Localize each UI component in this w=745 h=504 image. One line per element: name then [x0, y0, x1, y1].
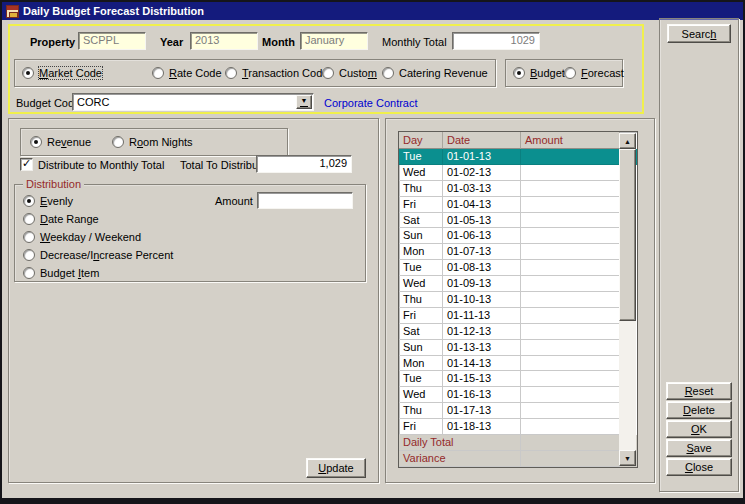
- radio-date-range[interactable]: Date Range: [23, 212, 99, 226]
- cell-date: 01-06-13: [443, 228, 521, 244]
- dialog-window: Daily Budget Forecast Distribution Prope…: [2, 2, 743, 498]
- table-row[interactable]: Fri01-11-13: [399, 308, 637, 324]
- table-row[interactable]: Wed01-16-13: [399, 387, 637, 403]
- table-row[interactable]: Tue01-01-13: [399, 149, 637, 165]
- radio-label: Weekday / Weekend: [40, 231, 141, 243]
- cell-day: Sun: [399, 340, 443, 356]
- amount-field[interactable]: [257, 192, 353, 209]
- arrow-down-icon: ▼: [624, 455, 631, 462]
- cell-date: 01-14-13: [443, 356, 521, 372]
- update-button[interactable]: Update: [306, 458, 366, 478]
- radio-icon: [30, 136, 42, 148]
- cell-day: Mon: [399, 356, 443, 372]
- title-bar[interactable]: Daily Budget Forecast Distribution: [2, 2, 743, 20]
- daily-total-label: Daily Total: [399, 435, 521, 451]
- table-row[interactable]: Mon01-14-13: [399, 356, 637, 372]
- year-field[interactable]: 2013: [190, 32, 258, 50]
- monthly-total-field[interactable]: 1029: [452, 32, 540, 50]
- table-row[interactable]: Wed01-09-13: [399, 276, 637, 292]
- table-row[interactable]: Sun01-13-13: [399, 340, 637, 356]
- scroll-down-button[interactable]: ▼: [619, 450, 636, 466]
- radio-rate-code[interactable]: Rate Code: [152, 66, 222, 80]
- table-row[interactable]: Sat01-05-13: [399, 213, 637, 229]
- budget-code-combobox[interactable]: CORC ▼: [72, 93, 314, 111]
- radio-room-nights[interactable]: Room Nights: [112, 135, 193, 149]
- col-header-amount[interactable]: Amount: [521, 132, 620, 149]
- radio-catering-revenue[interactable]: Catering Revenue: [382, 66, 488, 80]
- cell-amount: [521, 356, 620, 372]
- table-row[interactable]: Tue01-15-13: [399, 371, 637, 387]
- cell-date: 01-08-13: [443, 260, 521, 276]
- table-row[interactable]: Fri01-18-13: [399, 419, 637, 435]
- cell-date: 01-12-13: [443, 324, 521, 340]
- radio-budget-item[interactable]: Budget Item: [23, 266, 99, 280]
- radio-forecast[interactable]: Forecast: [564, 66, 624, 80]
- cell-date: 01-07-13: [443, 244, 521, 260]
- ok-button[interactable]: OK: [666, 420, 732, 438]
- total-to-distribute-label: Total To Distribute: [180, 159, 267, 171]
- cell-amount: [521, 213, 620, 229]
- radio-icon: [513, 67, 525, 79]
- radio-weekday-weekend[interactable]: Weekday / Weekend: [23, 230, 141, 244]
- col-header-day[interactable]: Day: [399, 132, 443, 149]
- cell-day: Fri: [399, 308, 443, 324]
- cell-date: 01-04-13: [443, 197, 521, 213]
- distribute-checkbox[interactable]: [20, 158, 33, 171]
- table-row[interactable]: Thu01-03-13: [399, 181, 637, 197]
- property-field[interactable]: SCPPL: [78, 32, 146, 50]
- delete-button[interactable]: Delete: [666, 401, 732, 419]
- radio-label: Budget: [530, 67, 565, 79]
- radio-revenue[interactable]: Revenue: [30, 135, 91, 149]
- table-row[interactable]: Fri01-04-13: [399, 197, 637, 213]
- cell-day: Thu: [399, 292, 443, 308]
- radio-icon: [322, 67, 334, 79]
- table-row[interactable]: Mon01-07-13: [399, 244, 637, 260]
- radio-label: Budget Item: [40, 267, 99, 279]
- table-row[interactable]: Tue01-08-13: [399, 260, 637, 276]
- radio-icon: [23, 213, 35, 225]
- scroll-up-button[interactable]: ▲: [619, 133, 636, 149]
- col-header-date[interactable]: Date: [443, 132, 521, 149]
- radio-evenly[interactable]: Evenly: [23, 194, 73, 208]
- radio-label: Transaction Code: [242, 67, 328, 79]
- table-row[interactable]: Thu01-10-13: [399, 292, 637, 308]
- distribution-groupbox: Distribution Evenly Date Range Weekday /…: [14, 184, 366, 282]
- radio-label: Room Nights: [129, 136, 193, 148]
- radio-transaction-code[interactable]: Transaction Code: [225, 66, 328, 80]
- daily-total-row: Daily Total: [399, 435, 637, 451]
- table-row[interactable]: Sat01-12-13: [399, 324, 637, 340]
- cell-day: Wed: [399, 276, 443, 292]
- search-button[interactable]: Search: [667, 24, 731, 43]
- scrollbar-thumb[interactable]: [619, 149, 636, 321]
- reset-button[interactable]: Reset: [666, 382, 732, 400]
- cell-date: 01-17-13: [443, 403, 521, 419]
- radio-decrease-increase-percent[interactable]: Decrease/Increase Percent: [23, 248, 173, 262]
- budget-code-value: CORC: [77, 95, 109, 110]
- total-to-distribute-field[interactable]: 1,029: [256, 155, 352, 173]
- cell-day: Wed: [399, 387, 443, 403]
- radio-icon: [23, 267, 35, 279]
- cell-day: Tue: [399, 260, 443, 276]
- cell-amount: [521, 387, 620, 403]
- radio-custom[interactable]: Custom: [322, 66, 377, 80]
- radio-icon: [23, 231, 35, 243]
- radio-icon: [23, 195, 35, 207]
- table-footer: Daily Total Variance: [399, 435, 637, 467]
- radio-label: Market Code: [39, 67, 102, 79]
- radio-label: Forecast: [581, 67, 624, 79]
- radio-market-code[interactable]: Market Code: [22, 66, 102, 80]
- radio-budget[interactable]: Budget: [513, 66, 565, 80]
- table-row[interactable]: Sun01-06-13: [399, 228, 637, 244]
- amount-label: Amount: [215, 195, 253, 207]
- table-scrollbar[interactable]: ▲ ▼: [619, 133, 636, 466]
- cell-day: Tue: [399, 371, 443, 387]
- month-label: Month: [262, 36, 295, 48]
- cell-day: Fri: [399, 419, 443, 435]
- close-button[interactable]: Close: [666, 458, 732, 476]
- dropdown-button[interactable]: ▼: [296, 95, 312, 109]
- table-row[interactable]: Thu01-17-13: [399, 403, 637, 419]
- save-button[interactable]: Save: [666, 439, 732, 457]
- table-row[interactable]: Wed01-02-13: [399, 165, 637, 181]
- cell-amount: [521, 228, 620, 244]
- month-field[interactable]: January: [300, 32, 368, 50]
